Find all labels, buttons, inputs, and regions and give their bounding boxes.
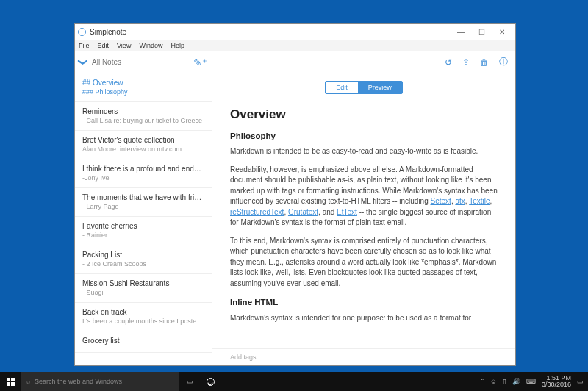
note-title: Packing List bbox=[82, 251, 204, 259]
tray-chevron-icon[interactable]: ˄ bbox=[481, 378, 484, 385]
system-tray: ˄ ☺ ▯ 🔊 ⌨ 1:51 PM 3/30/2016 ▭ bbox=[481, 375, 588, 388]
menu-file[interactable]: File bbox=[79, 42, 90, 49]
link-atx[interactable]: atx bbox=[455, 197, 465, 205]
note-item[interactable]: Packing List- 2 Ice Cream Scoops bbox=[75, 245, 212, 274]
app-window: Simplenote — ☐ ✕ File Edit View Window H… bbox=[74, 23, 516, 366]
note-toolbar: ↺ ⇪ 🗑 ⓘ bbox=[212, 51, 515, 73]
maximize-button[interactable]: ☐ bbox=[471, 28, 492, 36]
preview-tab[interactable]: Preview bbox=[358, 82, 402, 93]
note-title: Grocery list bbox=[82, 337, 204, 345]
mode-toggle: Edit Preview bbox=[325, 81, 403, 94]
menu-window[interactable]: Window bbox=[139, 42, 162, 49]
taskbar-search[interactable]: ⌕Search the web and Windows bbox=[21, 372, 179, 391]
menu-help[interactable]: Help bbox=[171, 42, 184, 49]
note-title: Favorite cherries bbox=[82, 222, 204, 230]
tag-icon[interactable]: ❯ bbox=[78, 58, 89, 66]
doc-h1: Overview bbox=[230, 106, 498, 124]
note-item[interactable]: Favorite cherries- Rainier bbox=[75, 217, 212, 245]
menubar: File Edit View Window Help bbox=[75, 40, 515, 51]
note-title: I think there is a profound and enduri… bbox=[82, 165, 204, 173]
note-subtitle: - Larry Page bbox=[82, 203, 204, 210]
note-title: ## Overview bbox=[82, 79, 204, 87]
link-grutatext[interactable]: Grutatext bbox=[288, 208, 318, 216]
document-preview: Overview Philosophy Markdown is intended… bbox=[212, 98, 515, 348]
tag-input[interactable]: Add tags … bbox=[212, 348, 515, 365]
app-icon bbox=[78, 28, 86, 36]
new-note-button[interactable]: ✎⁺ bbox=[193, 57, 207, 68]
taskbar-clock[interactable]: 1:51 PM 3/30/2016 bbox=[542, 375, 571, 388]
link-ettext[interactable]: EtText bbox=[337, 208, 357, 216]
doc-h2-inline: Inline HTML bbox=[230, 296, 498, 309]
note-item[interactable]: Mission Sushi Restaurants- Suogi bbox=[75, 274, 212, 303]
note-item[interactable]: Grocery list bbox=[75, 331, 212, 353]
edit-tab[interactable]: Edit bbox=[326, 82, 358, 93]
note-item[interactable]: ## Overview### Philosophy bbox=[75, 73, 212, 102]
share-icon[interactable]: ⇪ bbox=[462, 57, 470, 68]
info-icon[interactable]: ⓘ bbox=[499, 56, 508, 68]
start-button[interactable] bbox=[0, 378, 21, 386]
note-title: Bret Victor's quote collection bbox=[82, 136, 204, 144]
note-title: Mission Sushi Restaurants bbox=[82, 279, 204, 287]
link-restructuredtext[interactable]: reStructuredText bbox=[230, 208, 284, 216]
note-subtitle: ### Philosophy bbox=[82, 88, 204, 96]
taskbar: ⌕Search the web and Windows ▭ ˄ ☺ ▯ 🔊 ⌨ … bbox=[0, 372, 588, 391]
note-subtitle: - Call Lisa re: buying our ticket to Gre… bbox=[82, 117, 204, 124]
tray-network-icon[interactable]: ▯ bbox=[503, 378, 506, 385]
titlebar: Simplenote — ☐ ✕ bbox=[75, 24, 515, 40]
note-item[interactable]: The moments that we have with friend…- L… bbox=[75, 188, 212, 217]
notifications-icon[interactable]: ▭ bbox=[577, 378, 584, 385]
app-title: Simplenote bbox=[90, 28, 126, 36]
note-subtitle: It's been a couple months since I posted… bbox=[82, 318, 204, 325]
windows-icon bbox=[7, 378, 15, 386]
main-pane: ↺ ⇪ 🗑 ⓘ Edit Preview Overview Philosophy… bbox=[212, 51, 515, 365]
note-subtitle: Alan Moore: interview on mtv.com bbox=[82, 146, 204, 153]
tray-volume-icon[interactable]: 🔊 bbox=[512, 378, 520, 385]
note-title: Back on track bbox=[82, 308, 204, 316]
search-input[interactable] bbox=[92, 58, 193, 66]
note-title: Reminders bbox=[82, 107, 204, 115]
note-title: The moments that we have with friend… bbox=[82, 193, 204, 201]
taskbar-app-simplenote[interactable] bbox=[200, 372, 220, 391]
note-subtitle: - Rainier bbox=[82, 232, 204, 239]
doc-h2-philosophy: Philosophy bbox=[230, 130, 498, 143]
note-subtitle: - Suogi bbox=[82, 289, 204, 296]
doc-p1: Markdown is intended to be as easy-to-re… bbox=[230, 146, 498, 157]
link-textile[interactable]: Textile bbox=[469, 197, 490, 205]
doc-p4: Markdown's syntax is intended for one pu… bbox=[230, 313, 498, 324]
note-item[interactable]: I think there is a profound and enduri…-… bbox=[75, 159, 212, 188]
link-setext[interactable]: Setext bbox=[431, 197, 451, 205]
note-list: ## Overview### PhilosophyReminders- Call… bbox=[75, 73, 212, 365]
doc-p2: Readability, however, is emphasized abov… bbox=[230, 165, 498, 229]
note-item[interactable]: Bret Victor's quote collectionAlan Moore… bbox=[75, 131, 212, 159]
menu-edit[interactable]: Edit bbox=[98, 42, 110, 49]
history-icon[interactable]: ↺ bbox=[445, 57, 452, 68]
menu-view[interactable]: View bbox=[117, 42, 131, 49]
doc-p3: To this end, Markdown's syntax is compri… bbox=[230, 236, 498, 290]
note-subtitle: - 2 Ice Cream Scoops bbox=[82, 260, 204, 268]
note-subtitle: -Jony Ive bbox=[82, 174, 204, 182]
note-item[interactable]: Back on trackIt's been a couple months s… bbox=[75, 303, 212, 331]
tray-people-icon[interactable]: ☺ bbox=[490, 378, 497, 385]
task-view-icon[interactable]: ▭ bbox=[179, 372, 200, 391]
trash-icon[interactable]: 🗑 bbox=[480, 57, 489, 68]
sidebar: ❯ ✎⁺ ## Overview### PhilosophyReminders-… bbox=[75, 51, 212, 365]
minimize-button[interactable]: — bbox=[451, 28, 471, 36]
close-button[interactable]: ✕ bbox=[492, 28, 512, 36]
note-item[interactable]: Reminders- Call Lisa re: buying our tick… bbox=[75, 102, 212, 131]
tray-keyboard-icon[interactable]: ⌨ bbox=[526, 378, 536, 385]
